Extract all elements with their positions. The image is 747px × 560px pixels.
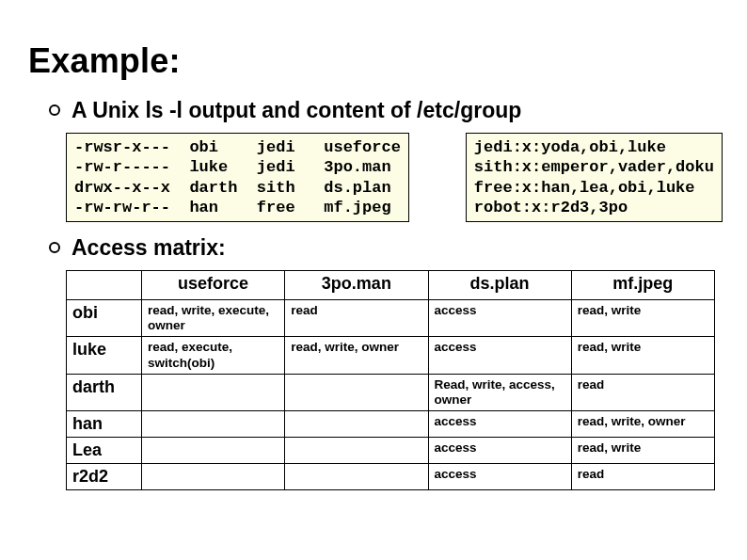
table-cell: access bbox=[428, 411, 571, 438]
table-cell: read, write bbox=[571, 300, 714, 337]
row-header: han bbox=[67, 411, 142, 438]
col-header: mf.jpeg bbox=[571, 271, 714, 300]
table-cell bbox=[285, 411, 428, 438]
table-cell: read bbox=[571, 464, 714, 490]
table-header-row: useforce 3po.man ds.plan mf.jpeg bbox=[67, 271, 715, 300]
table-cell bbox=[142, 374, 285, 410]
table-cell: read, write bbox=[571, 438, 714, 464]
ls-output-box: -rwsr-x--- obi jedi useforce -rw-r----- … bbox=[66, 133, 409, 222]
row-header: luke bbox=[67, 337, 142, 374]
table-row: darth Read, write, access, owner read bbox=[67, 374, 715, 410]
table-row: luke read, execute, switch(obi) read, wr… bbox=[67, 337, 715, 374]
table-cell: read, write, owner bbox=[285, 337, 428, 374]
bullet-access-matrix: Access matrix: bbox=[49, 235, 719, 261]
table-cell: read, write, execute, owner bbox=[142, 300, 285, 337]
table-cell: access bbox=[428, 337, 571, 374]
table-row: Lea access read, write bbox=[67, 438, 715, 464]
table-corner bbox=[67, 271, 142, 300]
row-header: r2d2 bbox=[67, 464, 142, 490]
table-row: obi read, write, execute, owner read acc… bbox=[67, 300, 715, 337]
table-cell: Read, write, access, owner bbox=[428, 374, 571, 410]
row-header: darth bbox=[67, 374, 142, 410]
table-cell bbox=[285, 438, 428, 464]
table-cell: access bbox=[428, 464, 571, 490]
table-row: han access read, write, owner bbox=[67, 411, 715, 438]
row-header: Lea bbox=[67, 438, 142, 464]
table-cell bbox=[142, 438, 285, 464]
row-header: obi bbox=[67, 300, 142, 337]
table-cell: read bbox=[285, 300, 428, 337]
table-cell bbox=[285, 374, 428, 410]
col-header: useforce bbox=[142, 271, 285, 300]
access-matrix-table: useforce 3po.man ds.plan mf.jpeg obi rea… bbox=[66, 270, 715, 490]
table-cell: read bbox=[571, 374, 714, 410]
table-cell bbox=[142, 464, 285, 490]
table-cell: read, write, owner bbox=[571, 411, 714, 438]
bullet-ls-header: A Unix ls -l output and content of /etc/… bbox=[49, 98, 719, 123]
table-cell: read, execute, switch(obi) bbox=[142, 337, 285, 374]
table-cell: access bbox=[428, 300, 571, 337]
table-cell: read, write bbox=[571, 337, 714, 374]
col-header: ds.plan bbox=[428, 271, 571, 300]
table-row: r2d2 access read bbox=[67, 464, 715, 490]
page-title: Example: bbox=[28, 41, 719, 81]
table-cell: access bbox=[428, 438, 571, 464]
table-cell bbox=[142, 411, 285, 438]
table-cell bbox=[285, 464, 428, 490]
group-output-box: jedi:x:yoda,obi,luke sith:x:emperor,vade… bbox=[466, 133, 723, 222]
col-header: 3po.man bbox=[285, 271, 428, 300]
